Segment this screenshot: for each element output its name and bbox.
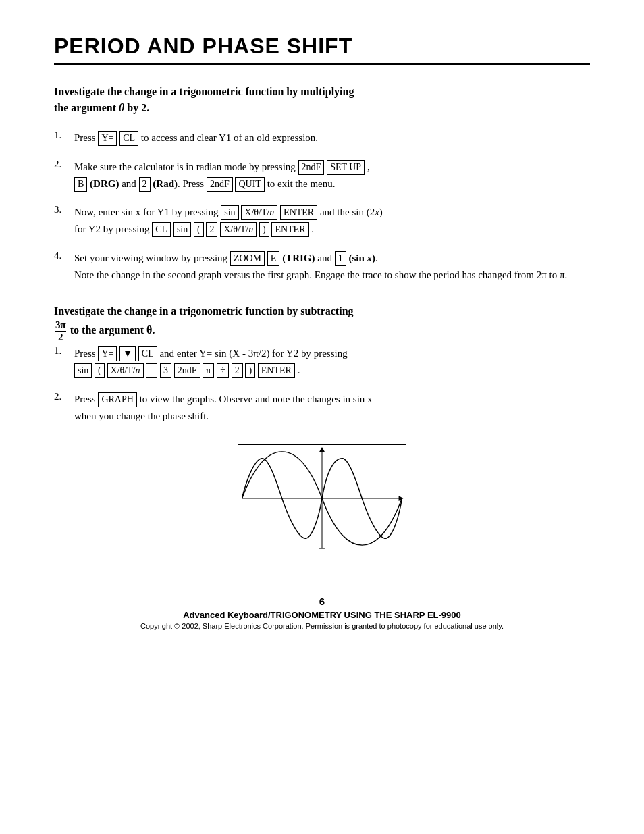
key-quit: QUIT <box>235 177 264 192</box>
key-2: 2 <box>139 177 151 192</box>
fraction-3pi-2: 3π 2 <box>55 319 66 342</box>
key-open-paren-1: ( <box>194 222 204 237</box>
section2: Investigate the change in a trigonometri… <box>54 303 590 424</box>
key-2-3: 2 <box>206 222 217 237</box>
key-minus: – <box>146 363 157 378</box>
step2-content: Make sure the calculator is in radian mo… <box>74 159 590 192</box>
graph-container <box>54 444 590 555</box>
footer-copyright: Copyright © 2002, Sharp Electronics Corp… <box>54 622 590 630</box>
graph-box <box>238 444 406 552</box>
key-zoom: ZOOM <box>230 251 265 266</box>
section2-step1: 1. Press Y= ▼ CL and enter Y= sin (X - 3… <box>54 345 590 379</box>
title-rule <box>54 63 590 65</box>
key-sin-2: sin <box>173 222 191 237</box>
section2-step1-content: Press Y= ▼ CL and enter Y= sin (X - 3π/2… <box>74 345 590 379</box>
label-drg: (DRG) <box>90 178 119 189</box>
key-pi: π <box>203 363 214 378</box>
step1-content: Press Y= CL to access and clear Y1 of an… <box>74 130 590 147</box>
fraction-denominator: 2 <box>55 332 66 343</box>
key-xthtn-1: X/θ/T/n <box>241 205 277 220</box>
key-close-paren-1: ) <box>259 222 269 237</box>
key-xthtn-3: X/θ/T/n <box>107 363 144 378</box>
key-2ndf-3: 2ndF <box>174 363 200 378</box>
step2-num: 2. <box>54 159 69 170</box>
step1: 1. Press Y= CL to access and clear Y1 of… <box>54 130 590 147</box>
key-setup: SET UP <box>327 160 365 175</box>
step3-content: Now, enter sin x for Y1 by pressing sin … <box>74 204 590 238</box>
key-div: ÷ <box>217 363 229 378</box>
label-rad: (Rad) <box>153 178 178 189</box>
key-enter-3: ENTER <box>258 363 295 378</box>
key-2ndf-2: 2ndF <box>207 177 233 192</box>
fraction-numerator: 3π <box>55 319 66 332</box>
key-1: 1 <box>335 251 346 266</box>
step1-num: 1. <box>54 130 69 141</box>
key-enter-1: ENTER <box>280 205 317 220</box>
footer: 6 Advanced Keyboard/TRIGONOMETRY USING T… <box>54 596 590 630</box>
key-sin-1: sin <box>221 205 238 220</box>
section2-step2-num: 2. <box>54 391 69 402</box>
step4-num: 4. <box>54 250 69 261</box>
label-sinx: (sin x) <box>348 253 375 263</box>
step4: 4. Set your viewing window by pressing Z… <box>54 250 590 284</box>
step3: 3. Now, enter sin x for Y1 by pressing s… <box>54 204 590 238</box>
key-xthtn-2: X/θ/T/n <box>220 222 257 237</box>
page-title: PERIOD AND PHASE SHIFT <box>54 34 590 59</box>
key-2-4: 2 <box>232 363 243 378</box>
key-graph: GRAPH <box>98 392 136 407</box>
section2-step2: 2. Press GRAPH to view the graphs. Obser… <box>54 391 590 425</box>
section2-heading: Investigate the change in a trigonometri… <box>54 303 590 342</box>
key-enter-2: ENTER <box>271 222 308 237</box>
key-y-equals-2: Y= <box>98 346 117 361</box>
step2: 2. Make sure the calculator is in radian… <box>54 159 590 192</box>
key-e: E <box>267 251 280 266</box>
key-cl-2: CL <box>152 222 171 237</box>
key-cl: CL <box>119 131 138 146</box>
key-close-paren-2: ) <box>245 363 255 378</box>
section2-step2-content: Press GRAPH to view the graphs. Observe … <box>74 391 590 425</box>
key-cl-3: CL <box>138 346 157 361</box>
label-trig: (TRIG) <box>282 253 315 263</box>
graph-svg <box>238 445 406 552</box>
footer-title: Advanced Keyboard/TRIGONOMETRY USING THE… <box>54 610 590 620</box>
section1-heading: Investigate the change in a trigonometri… <box>54 84 590 116</box>
key-b: B <box>74 177 87 192</box>
key-open-paren-2: ( <box>95 363 105 378</box>
step3-num: 3. <box>54 204 69 215</box>
key-y-equals: Y= <box>98 131 117 146</box>
page-number: 6 <box>54 596 590 607</box>
key-3: 3 <box>160 363 171 378</box>
key-2ndf-1: 2ndF <box>298 160 325 175</box>
step4-content: Set your viewing window by pressing ZOOM… <box>74 250 590 284</box>
key-down-arrow: ▼ <box>119 346 136 361</box>
section1-steps: 1. Press Y= CL to access and clear Y1 of… <box>54 130 590 283</box>
section2-step1-num: 1. <box>54 345 69 357</box>
key-sin-3: sin <box>74 363 92 378</box>
